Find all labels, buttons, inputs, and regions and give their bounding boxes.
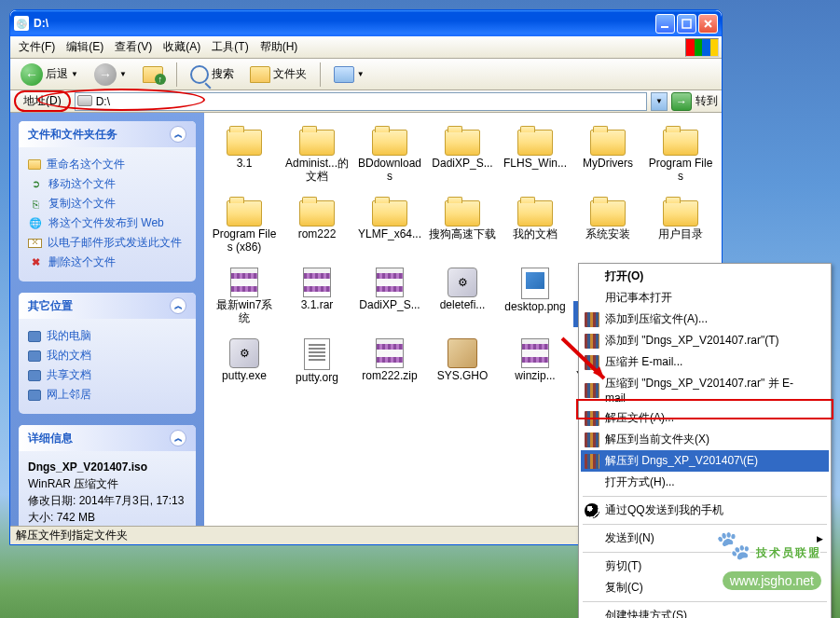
views-icon [334,66,354,83]
detail-modified-label: 修改日期: [28,494,76,507]
file-item[interactable]: winzip... [499,336,571,407]
task-publish[interactable]: 🌐将这个文件发布到 Web [28,213,186,233]
search-label: 搜索 [212,66,234,82]
file-label: BDdownloads [355,158,424,184]
task-move[interactable]: ➲移动这个文件 [28,174,186,194]
task-delete[interactable]: ✖删除这个文件 [28,253,186,272]
cm-create-shortcut[interactable]: 创建快捷方式(S) [581,605,829,618]
menu-edit[interactable]: 编辑(E) [61,36,109,58]
cm-label: 通过QQ发送到我的手机 [605,502,723,518]
cm-label: 压缩到 "Dngs_XP_V201407.rar" 并 E-mail [605,376,810,405]
chevron-down-icon: ▼ [655,97,663,105]
file-item[interactable]: BDdownloads [353,124,426,195]
cm-open-with[interactable]: 打开方式(H)... [581,472,829,493]
task-email[interactable]: 以电子邮件形式发送此文件 [28,233,186,253]
file-item[interactable]: YLMF_x64... [353,195,426,266]
computer-icon [28,331,41,342]
file-item[interactable]: 搜狗高速下载 [426,195,499,266]
go-button[interactable]: → [671,92,692,111]
folder-icon [227,200,262,227]
close-button[interactable] [698,14,718,34]
file-item[interactable]: rom222 [281,195,353,266]
file-item[interactable]: ⚙deletefi... [426,266,499,336]
cm-compress-to-email[interactable]: 压缩到 "Dngs_XP_V201407.rar" 并 E-mail [581,373,829,407]
file-item[interactable]: Administ...的文档 [281,124,353,195]
address-dropdown-button[interactable]: ▼ [651,92,668,111]
detail-size: 大小: 742 MB [28,509,186,526]
cm-qq-send[interactable]: 通过QQ发送到我的手机 [581,500,829,521]
file-label: 3.1 [236,158,254,171]
file-item[interactable]: MyDrivers [571,124,644,195]
menu-favorites[interactable]: 收藏(A) [158,36,206,58]
forward-button[interactable]: → ▼ [88,60,133,89]
file-label: 最新win7系统 [210,299,279,325]
menu-view[interactable]: 查看(V) [109,36,158,58]
folder-icon [517,200,553,227]
shared-icon [28,370,41,381]
file-item[interactable]: DadiXP_S... [353,266,426,336]
file-item[interactable]: Program Files [644,124,717,195]
folder-icon [663,200,698,227]
file-item[interactable]: FLHS_Win... [499,124,571,195]
link-shared-docs[interactable]: 共享文档 [28,365,186,385]
cm-add-to-rar[interactable]: 添加到 "Dngs_XP_V201407.rar"(T) [581,330,829,351]
menu-file[interactable]: 文件(F) [13,36,61,58]
cm-add-archive[interactable]: 添加到压缩文件(A)... [581,309,829,330]
file-item[interactable]: 我的文档 [499,195,571,266]
views-button[interactable]: ▼ [327,62,371,87]
cm-extract-files[interactable]: 解压文件(A)... [581,407,829,429]
folders-button[interactable]: 文件夹 [243,62,313,87]
file-item[interactable]: Program Files (x86) [208,195,281,266]
tasks-panel-header[interactable]: 文件和文件夹任务 ︽ [19,121,196,147]
address-input[interactable] [75,92,647,111]
maximize-button[interactable] [677,14,696,34]
cm-extract-here[interactable]: 解压到当前文件夹(X) [581,429,829,450]
file-item[interactable]: DadiXP_S... [426,124,499,195]
cm-open[interactable]: 打开(O) [581,266,829,287]
file-item[interactable]: 最新win7系统 [208,266,281,336]
cm-compress-email[interactable]: 压缩并 E-mail... [581,351,829,373]
title-bar[interactable]: 💿 D:\ [10,10,722,36]
back-button[interactable]: ← 后退 ▼ [14,60,85,89]
task-label: 重命名这个文件 [47,157,125,172]
rar-icon [376,338,404,368]
cm-label: 发送到(N) [605,530,654,546]
file-item[interactable]: desktop.png [499,266,571,336]
up-button[interactable] [136,62,170,87]
link-my-documents[interactable]: 我的文档 [28,346,186,365]
drive-icon: 💿 [14,16,29,31]
folder-icon [299,200,335,227]
go-arrow-icon: → [676,95,687,108]
file-item[interactable]: rom222.zip [353,336,426,407]
file-label: 3.1.rar [300,299,335,312]
file-item[interactable]: SYS.GHO [426,336,499,407]
email-icon [28,239,42,248]
cm-extract-to-folder[interactable]: 解压到 Dngs_XP_V201407\(E) [581,450,829,472]
details-panel-header[interactable]: 详细信息 ︽ [19,425,196,451]
cm-notepad[interactable]: 用记事本打开 [581,287,829,309]
other-panel-header[interactable]: 其它位置 ︽ [19,293,196,319]
file-item[interactable]: 用户目录 [644,195,717,266]
back-arrow-icon: ← [21,63,43,86]
link-my-computer[interactable]: 我的电脑 [28,326,186,346]
collapse-icon: ︽ [170,430,186,446]
detail-modified: 修改日期: 2014年7月3日, 17:13 [28,492,186,509]
link-network[interactable]: 网上邻居 [28,385,186,405]
task-copy[interactable]: ⎘复制这个文件 [28,194,186,213]
minimize-button[interactable] [655,14,675,34]
menu-tools[interactable]: 工具(T) [206,36,254,58]
file-item[interactable]: 3.1.rar [281,266,353,336]
file-item[interactable]: putty.org [281,336,353,407]
file-item[interactable]: 3.1 [208,124,281,195]
file-item[interactable]: ⚙putty.exe [208,336,281,407]
menu-help[interactable]: 帮助(H) [255,36,304,58]
file-label: rom222.zip [361,370,418,383]
search-icon [190,65,209,84]
cm-separator [583,601,827,602]
task-rename[interactable]: 重命名这个文件 [28,155,186,174]
archive-icon [585,433,599,447]
search-button[interactable]: 搜索 [184,62,241,88]
file-label: 系统安装 [585,228,631,241]
archive-icon [585,334,599,349]
file-item[interactable]: 系统安装 [571,195,644,266]
